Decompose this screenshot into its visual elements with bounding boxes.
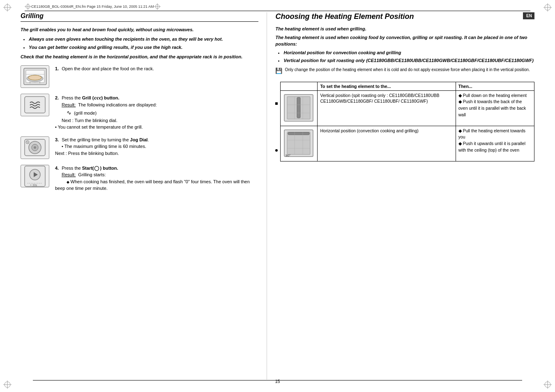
left-column: Grilling The grill enables you to heat a… [21,12,267,380]
step-2-grill-mode: ∿ (grill mode) [67,111,97,115]
dot-2 [275,149,278,152]
food-rack-icon [22,66,48,87]
step-4-press-text: Press the Start(◯ ) button. [62,166,118,171]
step-3-text: Set the grilling time by turning the Jog… [62,137,149,142]
start-button-icon: + 30s [23,165,47,187]
step-4-result-label: Result: [62,172,76,177]
svg-rect-25 [25,97,45,113]
page-number: 15 [275,379,280,384]
grilling-title: Grilling [21,12,258,22]
step-4-image: + 30s [21,165,49,187]
step-2-image [21,94,49,116]
grilling-bullets: Always use oven gloves when touching the… [29,36,258,51]
step-2-number: 2. [55,95,59,100]
step-2-content: 2. Press the Grill (𝐜𝐜𝐜) button. Result:… [55,94,258,131]
heating-title: Choosing the Heating Element Position [275,12,534,21]
right-column: Choosing the Heating Element Position Th… [267,12,534,380]
row2-instr-2: ◆ Push it upwards until it is parallel w… [458,141,532,154]
step-2-note: • You cannot set the temperature of the … [55,125,143,129]
step-3-number: 3. [55,137,59,142]
step-2-press-text: Press the Grill (𝐜𝐜𝐜) button. [62,95,119,100]
step-3-next: Next : Press the blinking button. [55,151,119,156]
heating-table: To set the heating element to the... The… [280,82,534,161]
table-col1-header: To set the heating element to the... [318,82,456,90]
corner-mark-bl [3,380,12,389]
step-1-text: Open the door and place the food on the … [62,66,154,71]
table-img-header [281,82,318,90]
note-icon: 💾 [275,67,282,75]
header-filename: CE1180GB_BOL-03064R_EN.fm Page 15 Friday… [31,5,154,9]
table-row-2-image: 90° [281,126,318,161]
table-row-2-instructions: ◆ Pull the heating element towards you ◆… [456,126,534,161]
corner-mark-tr [543,3,552,12]
header-crosshair-right-icon [154,3,161,10]
header-bar: CE1180GB_BOL-03064R_EN.fm Page 15 Friday… [25,3,530,11]
table-row-1-image [281,90,318,126]
step-3-content: 3. Set the grilling time by turning the … [55,136,258,157]
grill-button-icon [23,95,47,115]
corner-mark-tl [3,3,12,12]
svg-point-21 [28,75,41,80]
grilling-check-text: Check that the heating element is in the… [21,54,258,60]
main-content: Grilling The grill enables you to heat a… [21,12,534,380]
corner-mark-br [543,380,552,389]
svg-rect-41 [297,97,300,118]
table-dots-column [275,80,280,161]
step-4-row: + 30s 4. Press the Start(◯ ) button. Res… [21,165,258,192]
step-2-row: 2. Press the Grill (𝐜𝐜𝐜) button. Result:… [21,94,258,131]
svg-rect-48 [288,132,309,135]
jog-dial-icon [23,137,47,158]
heating-bullet-1: Horizontal position for convection cooki… [283,50,534,56]
row2-instr-1: ◆ Pull the heating element towards you [458,128,532,141]
svg-rect-47 [287,132,310,154]
oven-horizontal-icon: 90° [282,128,315,159]
header-crosshair-icon [25,3,31,10]
step-1-content: 1. Open the door and place the food on t… [55,65,258,72]
table-row-2-position: Horizontal position (convection cooking … [318,126,456,161]
grilling-intro: The grill enables you to heat and brown … [21,27,258,33]
oven-vertical-icon [282,92,315,123]
step-4-finish-text: When cooking has finished, the oven will… [55,179,250,191]
step-2-result-label: Result: [62,102,76,107]
step-1-number: 1. [55,66,59,71]
step-3-bullet: • The maximum grilling time is 60 minute… [62,144,146,149]
table-row-1-instructions: ◆ Pull down on the heating element ◆ Pus… [456,90,534,126]
heating-intro-1: The heating element is used when grillin… [275,26,534,32]
step-1-row: 1. Open the door and place the food on t… [21,65,258,88]
row1-instr-2: ◆ Push it towards the back of the oven u… [458,99,532,118]
table-col2-header: Then... [456,82,534,90]
step-4-result-row: Result: Grilling starts: [62,172,106,177]
grilling-bullet-2: You can get better cooking and grilling … [29,44,258,51]
step-2-result-row: Result: The following indications are di… [62,102,157,107]
heating-bullet-2: Vertical position for spit roasting only… [283,58,534,64]
heating-table-section: To set the heating element to the... The… [275,80,534,161]
heating-note-box: 💾 Only change the position of the heatin… [275,67,534,75]
dot-1 [275,102,278,105]
heating-intro-2: The heating element is used when cooking… [275,35,534,47]
page-container: CE1180GB_BOL-03064R_EN.fm Page 15 Friday… [0,0,555,392]
svg-point-29 [34,146,36,149]
step-2-next: Next : Turn the blinking dial. [62,118,117,123]
table-row-2: 90° Horizontal position (convection cook… [281,126,534,161]
grilling-bullet-1: Always use oven gloves when touching the… [29,36,258,42]
heating-note-text: Only change the position of the heating … [285,67,530,73]
heating-bullets: Horizontal position for convection cooki… [283,50,534,64]
bottom-line [33,380,522,380]
table-row-1: Vertical position (spit roasting only : … [281,90,534,126]
step-4-content: 4. Press the Start(◯ ) button. Result: G… [55,165,258,192]
table-row-1-position: Vertical position (spit roasting only : … [318,90,456,126]
step-1-image [21,65,49,88]
svg-text:+ 30s: + 30s [30,184,37,187]
svg-text:90°: 90° [286,154,290,157]
step-3-row: 3. Set the grilling time by turning the … [21,136,258,159]
step-4-number: 4. [55,166,59,171]
step-3-image [21,136,49,159]
row1-instr-1: ◆ Pull down on the heating element [458,92,532,99]
